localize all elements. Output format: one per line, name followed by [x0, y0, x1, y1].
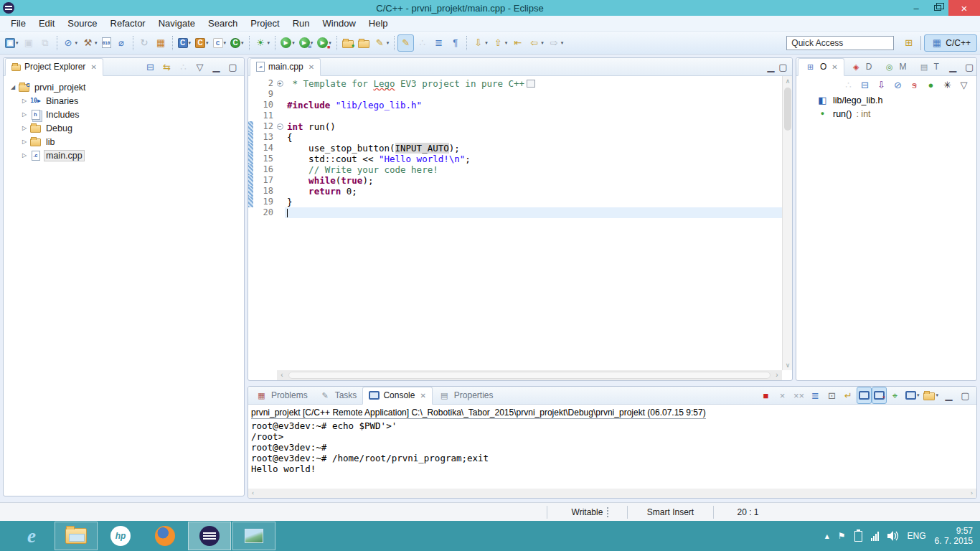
- dropdown-caret-icon[interactable]: ▾: [561, 40, 564, 46]
- new-class-icon[interactable]: C▾: [176, 34, 194, 52]
- skip-breakpoints-icon[interactable]: ⊘▾: [60, 34, 80, 52]
- quick-access-box[interactable]: Quick Access: [786, 36, 894, 50]
- filters-icon[interactable]: ✳: [939, 76, 956, 93]
- save-icon[interactable]: ▣: [21, 34, 37, 52]
- minimize-icon[interactable]: ▁: [765, 61, 777, 73]
- tab-properties[interactable]: ▤Properties: [433, 387, 499, 405]
- tab-project-explorer[interactable]: Project Explorer ✕: [5, 58, 103, 76]
- remove-launch-icon[interactable]: ×: [774, 387, 791, 404]
- mark-occurrences-icon[interactable]: ✎: [397, 34, 414, 52]
- dropdown-caret-icon[interactable]: ▾: [485, 40, 488, 46]
- battery-icon[interactable]: [854, 531, 862, 542]
- maximize-icon[interactable]: ▢: [957, 387, 974, 404]
- link-with-editor-icon[interactable]: ⇆: [159, 58, 175, 75]
- menu-edit[interactable]: Edit: [32, 17, 61, 30]
- focus-icon[interactable]: ∴: [840, 76, 857, 93]
- taskbar-eclipse-button[interactable]: [188, 522, 231, 550]
- sort-icon[interactable]: ⇩: [873, 76, 890, 93]
- tab-main-cpp[interactable]: .c main.cpp ✕: [250, 58, 321, 76]
- new-c-project-icon[interactable]: C▾: [193, 34, 211, 52]
- maximize-icon[interactable]: ▢: [961, 58, 977, 75]
- tab-outline-t[interactable]: ▤T: [912, 58, 944, 76]
- dropdown-caret-icon[interactable]: ▾: [189, 40, 192, 46]
- show-whitespace-icon[interactable]: ¶: [447, 34, 463, 52]
- tree-item-lib[interactable]: ▷lib: [4, 135, 244, 149]
- dropdown-caret-icon[interactable]: ▾: [224, 40, 227, 46]
- twistie-collapsed-icon[interactable]: ▷: [19, 152, 29, 159]
- menu-navigate[interactable]: Navigate: [152, 17, 202, 30]
- new-wizard-icon[interactable]: ▣▾: [3, 34, 21, 52]
- collapse-all-icon[interactable]: ⊟: [142, 58, 159, 75]
- minimize-icon[interactable]: ▁: [945, 58, 961, 75]
- new-class-wizard-icon[interactable]: C▾: [228, 34, 246, 52]
- back-icon[interactable]: ⇦▾: [526, 34, 546, 52]
- import-icon[interactable]: ●: [340, 34, 356, 52]
- scroll-down-icon[interactable]: ∨: [783, 360, 792, 370]
- taskbar-image-viewer-button[interactable]: [232, 522, 275, 550]
- hide-fields-icon[interactable]: ⊘: [890, 76, 906, 93]
- toggle-search-icon[interactable]: ⌀: [113, 34, 130, 52]
- menu-source[interactable]: Source: [61, 17, 103, 30]
- focus-icon[interactable]: ∴: [175, 58, 192, 75]
- action-center-flag-icon[interactable]: ⚑: [838, 531, 846, 541]
- show-stderr-icon[interactable]: ×: [872, 387, 887, 404]
- display-console-icon[interactable]: ▾: [903, 387, 922, 404]
- debug-grid-icon[interactable]: ▦: [153, 34, 169, 52]
- open-perspective-icon[interactable]: ⊞: [903, 37, 915, 49]
- last-edit-location-icon[interactable]: ⇩▾: [470, 34, 490, 52]
- open-resource-icon[interactable]: [356, 34, 372, 52]
- forward-icon[interactable]: ⇨▾: [546, 34, 566, 52]
- dropdown-caret-icon[interactable]: ▾: [292, 40, 295, 46]
- clock[interactable]: 9:57 6. 7. 2015: [935, 526, 973, 546]
- minimize-button[interactable]: –: [905, 0, 927, 16]
- terminate-icon[interactable]: ■: [758, 387, 774, 404]
- save-all-icon[interactable]: ⧉: [37, 34, 54, 52]
- dropdown-caret-icon[interactable]: ▾: [206, 40, 209, 46]
- dropdown-caret-icon[interactable]: ▾: [16, 40, 19, 46]
- scroll-left-icon[interactable]: ‹: [277, 370, 287, 380]
- dropdown-caret-icon[interactable]: ▾: [268, 40, 270, 46]
- close-icon[interactable]: ✕: [831, 63, 837, 71]
- tab-outline-d[interactable]: ◈D: [844, 58, 878, 76]
- remove-all-launches-icon[interactable]: ××: [791, 387, 807, 404]
- external-tools-icon[interactable]: ▶■▾: [315, 34, 334, 52]
- tab-tasks[interactable]: ✎Tasks: [314, 387, 363, 405]
- tree-item-includes[interactable]: ▷hIncludes: [4, 108, 244, 121]
- open-console-icon[interactable]: ▾: [921, 387, 941, 404]
- tree-item-debug[interactable]: ▷Debug: [4, 121, 244, 135]
- menu-run[interactable]: Run: [286, 17, 316, 30]
- show-stdout-icon[interactable]: [857, 387, 872, 404]
- back-to-edit-icon[interactable]: ⇤: [509, 34, 526, 52]
- close-icon[interactable]: ✕: [90, 63, 96, 71]
- dropdown-caret-icon[interactable]: ▾: [936, 392, 938, 398]
- twistie-expanded-icon[interactable]: ◢: [8, 84, 18, 90]
- annotations-icon[interactable]: ∴: [414, 34, 430, 52]
- editor-horizontal-scrollbar[interactable]: ‹ ›: [277, 370, 782, 380]
- taskbar-ie-button[interactable]: e: [10, 522, 53, 550]
- console-body[interactable]: prvni_projekt [C/C++ Remote Application]…: [248, 405, 976, 498]
- outline-item-lib-lego-lib-h[interactable]: ◧lib/lego_lib.h: [796, 93, 976, 107]
- new-c-file-icon[interactable]: c▾: [211, 34, 229, 52]
- hide-static-icon[interactable]: s: [906, 76, 923, 93]
- perspective-button-cpp[interactable]: ▦ C/C++: [924, 34, 977, 52]
- dropdown-caret-icon[interactable]: ▾: [917, 392, 920, 398]
- tree-item-binaries[interactable]: ▷10▶Binaries: [4, 94, 244, 108]
- menu-help[interactable]: Help: [362, 17, 395, 30]
- twistie-collapsed-icon[interactable]: ▷: [19, 138, 29, 145]
- collapse-all-icon[interactable]: ⊟: [857, 76, 873, 93]
- binary-file-icon[interactable]: 010: [100, 34, 113, 52]
- close-button[interactable]: ×: [948, 0, 980, 16]
- scroll-left-icon[interactable]: ‹: [248, 489, 258, 498]
- run-icon[interactable]: ▶▾: [278, 34, 297, 52]
- scroll-up-icon[interactable]: ∧: [783, 76, 792, 86]
- dropdown-caret-icon[interactable]: ▾: [505, 40, 508, 46]
- build-icon[interactable]: ⚒▾: [80, 34, 100, 52]
- taskbar-hp-button[interactable]: hp: [99, 522, 142, 550]
- minimize-icon[interactable]: ▁: [208, 58, 225, 75]
- menu-project[interactable]: Project: [244, 17, 286, 30]
- tab-outline-o[interactable]: ⊞O✕: [798, 58, 844, 76]
- show-source-icon[interactable]: ≣: [430, 34, 447, 52]
- close-icon[interactable]: ✕: [308, 63, 314, 71]
- refresh-icon[interactable]: ↻: [136, 34, 153, 52]
- taskbar-explorer-button[interactable]: [55, 522, 98, 550]
